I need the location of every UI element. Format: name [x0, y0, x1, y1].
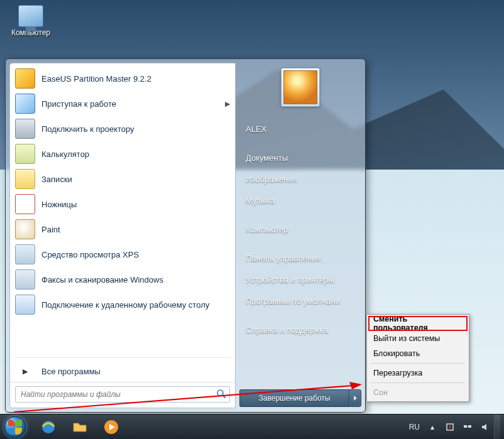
- app-icon: [15, 94, 35, 114]
- desktop-icon-computer[interactable]: Компьютер: [9, 5, 53, 37]
- shutdown-submenu: Сменить пользователя Выйти из системы Бл…: [366, 314, 469, 402]
- app-label: Калькулятор: [41, 149, 89, 159]
- app-label: Факсы и сканирование Windows: [41, 275, 163, 285]
- right-item-music[interactable]: Музыка: [236, 190, 365, 211]
- right-item-computer[interactable]: Компьютер: [236, 219, 365, 240]
- svg-rect-9: [464, 425, 467, 428]
- taskbar-pinned: [34, 417, 126, 437]
- start-menu-app-list: EaseUS Partition Master 9.2.2Приступая к…: [10, 63, 235, 355]
- all-programs-label: Все программы: [41, 367, 101, 376]
- app-icon: [15, 144, 35, 164]
- app-icon: [15, 194, 35, 214]
- windows-logo-icon: [4, 416, 26, 438]
- app-icon: [15, 269, 35, 290]
- media-player-icon: [103, 419, 119, 435]
- right-item-default-programs[interactable]: Программы по умолчани: [236, 290, 365, 312]
- search-input[interactable]: [15, 386, 230, 403]
- start-menu-app-item[interactable]: Приступая к работе▶: [10, 91, 235, 116]
- all-programs-button[interactable]: ▶ Все программы: [10, 360, 235, 382]
- user-picture-icon: [283, 70, 317, 104]
- app-icon: [15, 295, 35, 315]
- start-menu-right-list: ALEX Документы Изображения Музыка Компью…: [236, 118, 365, 386]
- internet-explorer-icon: [40, 419, 57, 435]
- taskbar: RU ▴: [0, 414, 504, 439]
- app-icon: [15, 68, 35, 89]
- search-icon: [216, 389, 226, 401]
- submenu-switch-user[interactable]: Сменить пользователя: [368, 316, 468, 331]
- right-item-devices[interactable]: Устройства и принтеры: [236, 269, 365, 290]
- folder-icon: [72, 419, 88, 435]
- start-menu-app-item[interactable]: Факсы и сканирование Windows: [10, 267, 235, 292]
- divider: [371, 382, 465, 383]
- submenu-sleep[interactable]: Сон: [368, 385, 468, 400]
- start-menu-app-item[interactable]: Paint: [10, 217, 235, 242]
- app-label: Приступая к работе: [41, 99, 116, 109]
- start-menu-app-item[interactable]: Ножницы: [10, 192, 235, 217]
- app-label: Подключить к проектору: [41, 124, 134, 134]
- show-desktop-button[interactable]: [494, 415, 500, 440]
- start-menu-app-item[interactable]: Подключить к проектору: [10, 116, 235, 141]
- tray-action-center-icon[interactable]: [445, 422, 455, 432]
- system-tray: RU ▴: [409, 422, 494, 432]
- shutdown-submenu-button[interactable]: [349, 389, 361, 407]
- app-icon: [15, 244, 35, 264]
- computer-icon: [18, 5, 43, 27]
- chevron-right-icon: ▶: [15, 367, 35, 376]
- tray-volume-icon[interactable]: [480, 422, 490, 432]
- taskbar-ie[interactable]: [34, 417, 63, 437]
- app-label: Paint: [41, 225, 60, 234]
- submenu-restart[interactable]: Перезагрузка: [368, 366, 468, 381]
- app-label: Записки: [41, 175, 72, 184]
- start-menu-right-pane: ALEX Документы Изображения Музыка Компью…: [236, 59, 365, 412]
- app-label: Ножницы: [41, 200, 77, 209]
- divider: [371, 363, 465, 364]
- start-menu-app-item[interactable]: Подключение к удаленному рабочему столу: [10, 292, 235, 317]
- search-container: [10, 382, 235, 408]
- start-button[interactable]: [0, 415, 30, 440]
- app-label: Средство просмотра XPS: [41, 250, 139, 259]
- divider: [15, 357, 230, 358]
- tray-network-icon[interactable]: [463, 422, 473, 432]
- right-item-control-panel[interactable]: Панель управления: [236, 247, 365, 269]
- chevron-right-icon: [354, 396, 357, 401]
- app-label: EaseUS Partition Master 9.2.2: [41, 74, 151, 84]
- start-menu-left-pane: EaseUS Partition Master 9.2.2Приступая к…: [9, 63, 236, 408]
- app-icon: [15, 169, 35, 189]
- taskbar-media-player[interactable]: [97, 417, 126, 437]
- app-icon: [15, 219, 35, 239]
- svg-rect-10: [468, 425, 471, 428]
- start-menu-app-item[interactable]: Средство просмотра XPS: [10, 242, 235, 267]
- svg-line-1: [222, 395, 225, 398]
- start-menu-app-item[interactable]: EaseUS Partition Master 9.2.2: [10, 66, 235, 91]
- start-menu: EaseUS Partition Master 9.2.2Приступая к…: [5, 58, 366, 413]
- user-picture-frame[interactable]: [281, 68, 320, 107]
- right-item-pictures[interactable]: Изображения: [236, 168, 365, 190]
- language-indicator[interactable]: RU: [409, 423, 420, 431]
- shutdown-row: Завершение работы: [236, 386, 365, 412]
- shutdown-button[interactable]: Завершение работы: [239, 389, 349, 407]
- svg-marker-12: [482, 424, 486, 430]
- tray-chevron-up-icon[interactable]: ▴: [427, 422, 437, 432]
- right-item-documents[interactable]: Документы: [236, 147, 365, 168]
- app-label: Подключение к удаленному рабочему столу: [41, 300, 209, 310]
- submenu-log-off[interactable]: Выйти из системы: [368, 331, 468, 346]
- chevron-right-icon: ▶: [225, 100, 230, 108]
- right-item-help[interactable]: Справка и поддержка: [236, 319, 365, 340]
- app-icon: [15, 119, 35, 139]
- user-name-link[interactable]: ALEX: [236, 118, 365, 139]
- start-menu-app-item[interactable]: Записки: [10, 166, 235, 192]
- taskbar-explorer[interactable]: [65, 417, 94, 437]
- start-menu-app-item[interactable]: Калькулятор: [10, 141, 235, 166]
- submenu-lock[interactable]: Блокировать: [368, 346, 468, 361]
